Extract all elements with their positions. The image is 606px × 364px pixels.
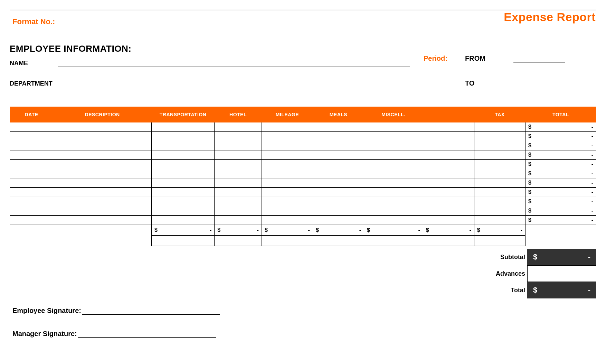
cell-meals[interactable]	[313, 206, 364, 216]
cell-date[interactable]	[10, 141, 53, 150]
cell-hotel[interactable]	[215, 141, 262, 150]
cell-miscell[interactable]	[364, 160, 423, 169]
cell-mileage[interactable]	[262, 132, 313, 141]
cell-tax[interactable]	[474, 188, 525, 197]
cell-mileage[interactable]	[262, 150, 313, 160]
cell-mileage[interactable]	[262, 197, 313, 206]
cell-transportation[interactable]	[152, 150, 215, 160]
cell-tax[interactable]	[474, 169, 525, 178]
department-input-line[interactable]	[58, 79, 410, 87]
cell-tax[interactable]	[474, 141, 525, 150]
cell-date[interactable]	[10, 216, 53, 225]
cell-transportation[interactable]	[152, 197, 215, 206]
cell-tax[interactable]	[474, 206, 525, 216]
cell-blank[interactable]	[423, 197, 474, 206]
cell-tax[interactable]	[474, 150, 525, 160]
cell-miscell[interactable]	[364, 122, 423, 132]
cell-date[interactable]	[10, 132, 53, 141]
cell-meals[interactable]	[313, 160, 364, 169]
cell-description[interactable]	[53, 188, 152, 197]
cell-transportation[interactable]	[152, 122, 215, 132]
cell-miscell[interactable]	[364, 150, 423, 160]
period-from-input[interactable]	[513, 55, 565, 62]
cell-mileage[interactable]	[262, 178, 313, 188]
cell-tax[interactable]	[474, 160, 525, 169]
cell-description[interactable]	[53, 150, 152, 160]
manager-signature-line[interactable]	[78, 330, 216, 338]
cell-hotel[interactable]	[215, 122, 262, 132]
cell-date[interactable]	[10, 160, 53, 169]
advances-box[interactable]	[527, 265, 596, 282]
cell-description[interactable]	[53, 178, 152, 188]
cell-hotel[interactable]	[215, 188, 262, 197]
cell-transportation[interactable]	[152, 132, 215, 141]
cell-transportation[interactable]	[152, 188, 215, 197]
cell-meals[interactable]	[313, 141, 364, 150]
cell-miscell[interactable]	[364, 197, 423, 206]
cell-description[interactable]	[53, 206, 152, 216]
cell-date[interactable]	[10, 150, 53, 160]
cell-date[interactable]	[10, 122, 53, 132]
cell-mileage[interactable]	[262, 206, 313, 216]
cell-mileage[interactable]	[262, 122, 313, 132]
cell-description[interactable]	[53, 216, 152, 225]
cell-description[interactable]	[53, 122, 152, 132]
cell-hotel[interactable]	[215, 216, 262, 225]
cell-mileage[interactable]	[262, 216, 313, 225]
cell-blank[interactable]	[423, 188, 474, 197]
cell-blank[interactable]	[423, 160, 474, 169]
period-to-input[interactable]	[513, 79, 565, 87]
cell-hotel[interactable]	[215, 150, 262, 160]
cell-hotel[interactable]	[215, 178, 262, 188]
cell-meals[interactable]	[313, 122, 364, 132]
cell-miscell[interactable]	[364, 141, 423, 150]
cell-transportation[interactable]	[152, 160, 215, 169]
cell-meals[interactable]	[313, 132, 364, 141]
cell-miscell[interactable]	[364, 178, 423, 188]
cell-description[interactable]	[53, 141, 152, 150]
cell-hotel[interactable]	[215, 197, 262, 206]
cell-tax[interactable]	[474, 197, 525, 206]
cell-blank[interactable]	[423, 122, 474, 132]
cell-date[interactable]	[10, 188, 53, 197]
cell-tax[interactable]	[474, 216, 525, 225]
cell-date[interactable]	[10, 206, 53, 216]
cell-transportation[interactable]	[152, 169, 215, 178]
cell-blank[interactable]	[423, 178, 474, 188]
cell-hotel[interactable]	[215, 206, 262, 216]
cell-meals[interactable]	[313, 150, 364, 160]
name-input-line[interactable]	[58, 59, 410, 67]
cell-tax[interactable]	[474, 132, 525, 141]
cell-blank[interactable]	[423, 169, 474, 178]
cell-hotel[interactable]	[215, 169, 262, 178]
cell-date[interactable]	[10, 169, 53, 178]
cell-mileage[interactable]	[262, 188, 313, 197]
cell-mileage[interactable]	[262, 141, 313, 150]
cell-meals[interactable]	[313, 178, 364, 188]
cell-description[interactable]	[53, 169, 152, 178]
cell-transportation[interactable]	[152, 178, 215, 188]
cell-miscell[interactable]	[364, 132, 423, 141]
cell-meals[interactable]	[313, 188, 364, 197]
cell-blank[interactable]	[423, 216, 474, 225]
cell-blank[interactable]	[423, 206, 474, 216]
cell-meals[interactable]	[313, 169, 364, 178]
cell-miscell[interactable]	[364, 206, 423, 216]
cell-description[interactable]	[53, 160, 152, 169]
cell-blank[interactable]	[423, 141, 474, 150]
cell-date[interactable]	[10, 178, 53, 188]
cell-meals[interactable]	[313, 216, 364, 225]
cell-transportation[interactable]	[152, 141, 215, 150]
cell-description[interactable]	[53, 132, 152, 141]
cell-description[interactable]	[53, 197, 152, 206]
cell-blank[interactable]	[423, 132, 474, 141]
cell-mileage[interactable]	[262, 160, 313, 169]
cell-date[interactable]	[10, 197, 53, 206]
cell-hotel[interactable]	[215, 160, 262, 169]
cell-tax[interactable]	[474, 122, 525, 132]
cell-blank[interactable]	[423, 150, 474, 160]
cell-hotel[interactable]	[215, 132, 262, 141]
cell-tax[interactable]	[474, 178, 525, 188]
cell-miscell[interactable]	[364, 169, 423, 178]
employee-signature-line[interactable]	[82, 307, 220, 315]
